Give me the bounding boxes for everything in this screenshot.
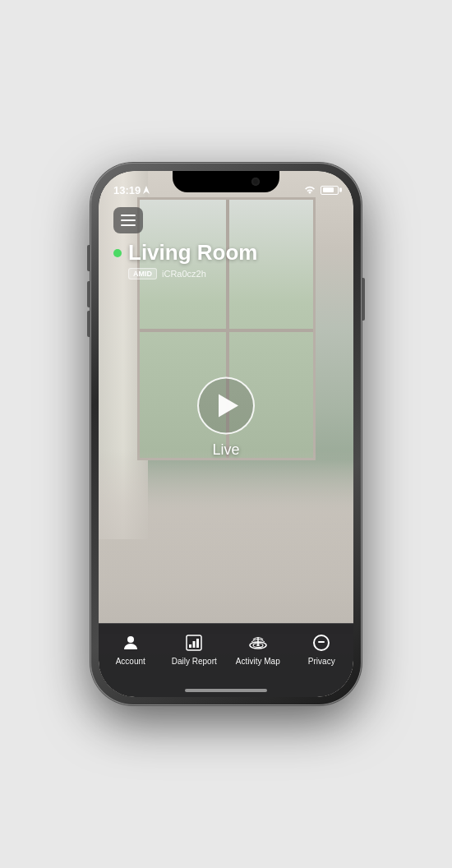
svg-point-1 [127,636,134,643]
sofa-area [99,450,353,634]
menu-line-2 [121,219,136,221]
svg-rect-3 [189,644,191,648]
svg-rect-5 [196,639,199,648]
account-icon [120,632,141,653]
tab-activity-map-label: Activity Map [236,657,280,666]
play-triangle-icon [219,395,238,418]
menu-button[interactable] [113,207,143,233]
activity-map-icon [247,632,269,653]
room-id: iCRa0cz2h [162,269,206,279]
tab-account-label: Account [116,657,145,666]
menu-line-1 [121,215,136,216]
time-display: 13:19 [113,184,141,196]
battery-icon [321,186,339,195]
screen: 13:19 [99,171,353,697]
tab-privacy-label: Privacy [308,657,335,666]
room-info: Living Room AMID iCRa0cz2h [113,240,257,279]
room-id-row: AMID iCRa0cz2h [128,268,257,279]
phone-inner: 13:19 [99,171,353,697]
wifi-icon [303,185,316,195]
privacy-icon [311,632,332,653]
play-button[interactable] [197,377,255,435]
notch [173,171,279,192]
room-name-row: Living Room [113,240,257,265]
tab-privacy[interactable]: Privacy [290,632,354,666]
tab-daily-report[interactable]: Daily Report [163,632,227,666]
daily-report-icon [183,632,205,653]
status-icons [303,185,339,195]
live-label: Live [212,441,239,459]
svg-marker-0 [143,186,150,194]
location-arrow-icon [143,186,150,194]
room-name: Living Room [128,240,257,265]
tab-activity-map[interactable]: Activity Map [226,632,290,666]
menu-line-3 [121,224,136,226]
amid-badge: AMID [128,268,157,279]
status-time: 13:19 [113,184,150,196]
tab-account[interactable]: Account [99,632,163,666]
tab-bar: Account Daily Report [99,623,353,697]
online-status-dot [113,249,122,257]
svg-rect-4 [193,641,196,648]
svg-point-9 [256,644,260,646]
phone-frame: 13:19 [90,163,362,705]
svg-rect-11 [318,641,325,643]
home-indicator [185,689,267,692]
live-container[interactable]: Live [197,377,255,459]
tab-daily-report-label: Daily Report [172,657,217,666]
